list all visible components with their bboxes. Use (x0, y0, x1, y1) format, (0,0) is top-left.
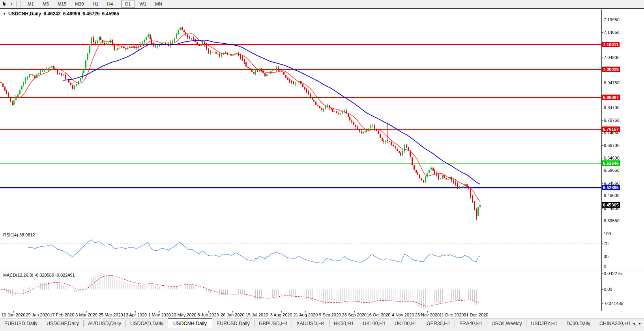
timeframe-button-h4[interactable]: H4 (103, 0, 117, 8)
chart-tab-usoil-weekly[interactable]: USOil,Weekly (487, 320, 526, 327)
date-tick-label: 31 Dec 2020 (464, 312, 488, 317)
date-tick-label: 26 Jun 2020 (221, 312, 245, 317)
rsi-tick-label: 70 (604, 241, 608, 246)
price-tick-label: 6.39550 (604, 218, 620, 223)
chart-tab-gbpusd-h4[interactable]: GBPUSD,H4 (254, 320, 292, 327)
chart-tab-fra40-h1[interactable]: FRA40,H1 (455, 320, 487, 327)
toolbar-separator (119, 1, 119, 7)
rsi-name: RSI(14) (3, 232, 18, 237)
toolbar-drag-grip[interactable] (20, 1, 21, 7)
macd-tick-label: -0.041485 (604, 301, 623, 306)
tab-scroll-right-icon[interactable]: ► (638, 322, 642, 325)
chart-tab-usdcad-daily[interactable]: USDCAD,Daily (125, 320, 168, 327)
chart-tab-ger30-h1[interactable]: GER30,H1 (422, 320, 455, 327)
price-tick-label: 7.04800 (604, 55, 620, 60)
price-tick-label: 6.94750 (604, 80, 620, 86)
price-tick-label: 6.59650 (604, 168, 620, 173)
date-tick-label: 6 Mar 2020 (75, 312, 97, 317)
date-tick-label: 4 Nov 2020 (392, 312, 414, 317)
symbol-period-label: USDCNH,Daily (8, 11, 41, 17)
cursor-icon (2, 1, 7, 7)
rsi-indicator-label: RSI(14) 38.9812 (3, 232, 35, 237)
bottom-strip (0, 328, 644, 331)
chart-tab-hk50-h1[interactable]: HK50,H1 (329, 320, 358, 327)
timeframe-toolbar: ▼ M1M5M15M30H1H4D1W1MN (0, 0, 644, 9)
price-tick-label: 6.69700 (604, 143, 620, 148)
ohlc-low: 6.45725 (82, 11, 99, 17)
ohlc-open: 6.46242 (43, 11, 60, 17)
hline-price-label[interactable]: 7.00029 (602, 67, 620, 72)
rsi-value: 38.9812 (19, 232, 35, 237)
hline-price-label[interactable]: 6.76157 (602, 126, 620, 132)
rsi-tick-label: 30 (604, 254, 608, 259)
date-tick-label: 10 Jan 2020 (2, 312, 26, 317)
hline-price-label[interactable]: 6.52865 (602, 185, 620, 190)
date-tick-label: 29 Jan 2020 (26, 312, 50, 317)
date-tick-label: 21 Aug 2020 (293, 312, 318, 317)
hline-price-label[interactable]: 7.10011 (602, 42, 620, 47)
hline-price-label[interactable]: 6.62646 (602, 160, 620, 166)
date-tick-label: 1 May 2020 (148, 312, 170, 317)
macd-name: MACD(12,26,9) (3, 273, 33, 277)
price-tick-label: 6.84700 (604, 105, 620, 110)
chart-tab-eurusd-daily[interactable]: EURUSD,Daily (212, 320, 254, 327)
chart-tab-uk100-h1[interactable]: UK100,H1 (390, 320, 422, 327)
date-tick-label: 28 Sep 2020 (342, 312, 367, 317)
chart-tab-xauusd-h4[interactable]: XAUUSD,H4 (292, 320, 329, 327)
tab-scroll-controls: ◄ ► (630, 318, 644, 328)
rsi-tick-label: 100 (604, 231, 611, 236)
timeframe-button-d1[interactable]: D1 (121, 0, 135, 8)
tab-scroll-left-icon[interactable]: ◄ (632, 322, 635, 325)
timeframe-button-m15[interactable]: M15 (54, 0, 70, 8)
chart-tab-dj30-daily[interactable]: DJ30,Daily (562, 320, 595, 327)
date-tick-label: 16 Oct 2020 (367, 312, 391, 317)
chart-tab-uk100-h1[interactable]: UK100,H1 (358, 320, 390, 327)
date-tick-label: 20 May 2020 (171, 312, 197, 317)
macd-signal-value: -0.022491 (55, 273, 75, 277)
toolbar-separator (16, 1, 17, 7)
timeframe-button-mn[interactable]: MN (151, 0, 166, 8)
timeframe-button-w1[interactable]: W1 (136, 0, 150, 8)
date-tick-label: 8 Jun 2020 (197, 312, 219, 317)
date-tick-label: 11 Dec 2020 (440, 312, 464, 317)
chart-tab-eurusd-daily[interactable]: EURUSD,Daily (0, 320, 42, 327)
macd-main-value: -0.020580 (34, 273, 54, 277)
trading-terminal: ▼ M1M5M15M30H1H4D1W1MN ▼ USDCNH,Daily 6.… (0, 0, 644, 331)
price-chart-canvas[interactable] (0, 0, 644, 331)
timeframe-button-m1[interactable]: M1 (24, 0, 38, 8)
chart-tab-bar: EURUSD,DailyUSDCHF,DailyAUDUSD,DailyUSDC… (0, 318, 644, 328)
chart-tab-usdcnh-daily[interactable]: USDCNH,Daily (168, 318, 212, 328)
date-tick-label: 17 Feb 2020 (50, 312, 75, 317)
current-price-label: 6.45965 (602, 202, 620, 208)
date-tick-label: 23 Nov 2020 (415, 312, 440, 317)
timeframe-button-m5[interactable]: M5 (39, 0, 53, 8)
date-tick-label: 13 Apr 2020 (124, 312, 147, 317)
hline-price-label[interactable]: 6.88897 (602, 95, 620, 100)
date-tick-label: 3 Aug 2020 (270, 312, 292, 317)
chart-title: ▼ USDCNH,Daily 6.46242 6.46956 6.45725 6… (3, 11, 119, 17)
ohlc-close: 6.45965 (102, 11, 119, 17)
macd-tick-label: 0.00 (604, 287, 612, 292)
timeframe-button-m30[interactable]: M30 (71, 0, 88, 8)
cursor-tool-button[interactable] (0, 0, 9, 8)
chart-tab-china300-h1[interactable]: CHINA300,H1 (595, 320, 635, 327)
collapse-triangle-icon[interactable]: ▼ (3, 12, 6, 16)
chart-tab-usdchf-daily[interactable]: USDCHF,Daily (42, 320, 83, 327)
price-tick-label: 6.79750 (604, 118, 620, 123)
timeframe-button-h1[interactable]: H1 (89, 0, 103, 8)
date-tick-label: 15 Jul 2020 (246, 312, 268, 317)
macd-tick-label: 0.042275 (604, 271, 622, 276)
price-tick-label: 7.19950 (604, 17, 620, 22)
ohlc-high: 6.46956 (63, 11, 80, 17)
date-tick-label: 25 Mar 2020 (99, 312, 123, 317)
price-tick-label: 6.49600 (604, 193, 620, 198)
chevron-down-icon[interactable]: ▼ (9, 3, 15, 6)
chart-tab-audusd-daily[interactable]: AUDUSD,Daily (83, 320, 125, 327)
macd-indicator-label: MACD(12,26,9) -0.020580 -0.022491 (3, 273, 75, 277)
timeframe-buttons: M1M5M15M30H1H4D1W1MN (23, 0, 167, 8)
price-tick-label: 7.14850 (604, 30, 620, 35)
date-tick-label: 9 Sep 2020 (319, 312, 341, 317)
rsi-tick-label: 0 (604, 264, 606, 270)
chart-tab-usdjpy-h1[interactable]: USDJPY,H1 (526, 320, 562, 327)
